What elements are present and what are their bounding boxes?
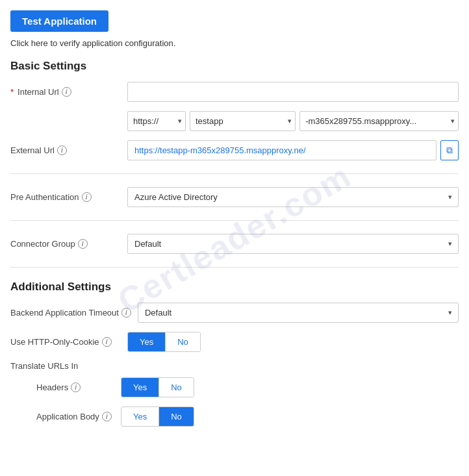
connector-group-select-wrap: Default ▾: [127, 234, 459, 254]
url-scheme-wrap: https:// http:// ▾: [127, 111, 186, 131]
headers-label-text: Headers: [36, 382, 68, 392]
backend-timeout-label-text: Backend Application Timeout: [10, 308, 119, 318]
pre-auth-select-wrap: Azure Active Directory Passthrough ▾: [127, 187, 459, 207]
external-url-label-text: External Url: [10, 145, 55, 155]
pre-auth-info-icon: i: [82, 192, 92, 202]
http-only-cookie-info-icon: i: [102, 337, 112, 347]
external-url-info-icon: i: [57, 145, 67, 155]
backend-timeout-select-wrap: Default Long ▾: [138, 303, 459, 323]
headers-row: Headers i Yes No: [36, 377, 459, 397]
http-only-cookie-label-text: Use HTTP-Only-Cookie: [10, 337, 99, 347]
backend-timeout-label: Backend Application Timeout i: [10, 308, 131, 318]
headers-toggle: Yes No: [121, 377, 194, 397]
pre-auth-select[interactable]: Azure Active Directory Passthrough: [127, 187, 459, 207]
internal-url-info-icon: i: [62, 87, 71, 97]
connector-group-row: Connector Group i Default ▾: [10, 234, 459, 254]
external-url-group: ⧉: [127, 140, 459, 160]
headers-no-button[interactable]: No: [159, 378, 194, 397]
divider-1: [10, 173, 459, 174]
internal-url-label-text: Internal Url: [18, 87, 59, 97]
pre-auth-label: Pre Authentication i: [10, 192, 121, 202]
translate-urls-title: Translate URLs In: [10, 361, 459, 371]
internal-url-row: * Internal Url i: [10, 82, 459, 102]
application-body-label: Application Body i: [36, 412, 114, 421]
pre-auth-row: Pre Authentication i Azure Active Direct…: [10, 187, 459, 207]
http-only-cookie-row: Use HTTP-Only-Cookie i Yes No: [10, 332, 459, 352]
http-only-cookie-toggle: Yes No: [127, 332, 201, 352]
application-body-no-button[interactable]: No: [159, 407, 194, 426]
connector-group-info-icon: i: [78, 239, 88, 249]
backend-timeout-info-icon: i: [121, 308, 131, 318]
headers-label: Headers i: [36, 382, 114, 392]
url-name-wrap: testapp ▾: [190, 111, 296, 131]
verify-text: Click here to verify application configu…: [10, 38, 459, 48]
required-indicator: *: [10, 87, 14, 97]
divider-2: [10, 220, 459, 221]
application-body-row: Application Body i Yes No: [36, 407, 459, 427]
headers-info-icon: i: [71, 382, 81, 392]
url-domain-select[interactable]: -m365x289755.msappproxy...: [299, 111, 459, 131]
application-body-yes-button[interactable]: Yes: [121, 407, 158, 426]
application-body-toggle: Yes No: [121, 407, 194, 427]
external-url-label: External Url i: [10, 145, 121, 155]
external-url-row: External Url i ⧉: [10, 140, 459, 160]
internal-url-input[interactable]: [127, 82, 459, 102]
backend-timeout-row: Backend Application Timeout i Default Lo…: [10, 303, 459, 323]
headers-yes-button[interactable]: Yes: [121, 378, 158, 397]
copy-external-url-button[interactable]: ⧉: [440, 140, 459, 160]
test-application-button[interactable]: Test Application: [10, 10, 108, 32]
connector-group-select[interactable]: Default: [127, 234, 459, 254]
http-only-cookie-yes-button[interactable]: Yes: [128, 332, 165, 351]
copy-icon: ⧉: [446, 145, 453, 156]
translate-urls-section: Translate URLs In Headers i Yes No Appli…: [10, 361, 459, 427]
url-parts-row: https:// http:// ▾ testapp ▾ -m365x28975…: [10, 111, 459, 131]
url-domain-wrap: -m365x289755.msappproxy... ▾: [299, 111, 459, 131]
backend-timeout-select[interactable]: Default Long: [138, 303, 459, 323]
additional-settings-title: Additional Settings: [10, 281, 459, 294]
url-parts-group: https:// http:// ▾ testapp ▾ -m365x28975…: [127, 111, 459, 131]
url-scheme-select[interactable]: https:// http://: [127, 111, 186, 131]
pre-auth-label-text: Pre Authentication: [10, 192, 79, 202]
connector-group-label: Connector Group i: [10, 239, 121, 249]
url-name-select[interactable]: testapp: [190, 111, 296, 131]
http-only-cookie-no-button[interactable]: No: [166, 332, 200, 351]
external-url-input[interactable]: [127, 140, 437, 160]
application-body-label-text: Application Body: [36, 412, 99, 421]
internal-url-label: * Internal Url i: [10, 87, 121, 97]
divider-3: [10, 267, 459, 268]
application-body-info-icon: i: [102, 412, 112, 421]
http-only-cookie-label: Use HTTP-Only-Cookie i: [10, 337, 121, 347]
connector-group-label-text: Connector Group: [10, 239, 75, 249]
basic-settings-title: Basic Settings: [10, 60, 459, 73]
